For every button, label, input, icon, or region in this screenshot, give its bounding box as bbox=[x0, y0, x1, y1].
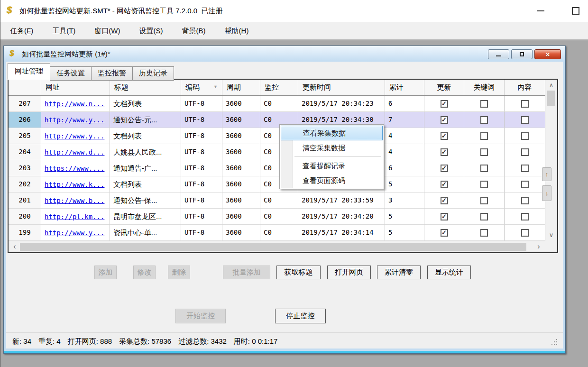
unchecked-checkbox-icon[interactable] bbox=[521, 197, 529, 204]
keyword-checkbox[interactable] bbox=[464, 144, 505, 160]
unchecked-checkbox-icon[interactable] bbox=[521, 132, 529, 140]
menu-item-W[interactable]: 窗口(W) bbox=[89, 26, 126, 37]
table-row[interactable]: 199http://www.y...资讯中心-单...UTF-83600C020… bbox=[9, 225, 557, 241]
reset-total-button[interactable]: 累计清零 bbox=[377, 266, 421, 279]
update-checkbox[interactable]: ✓ bbox=[424, 144, 464, 160]
content-checkbox[interactable] bbox=[505, 96, 545, 112]
child-minimize-button[interactable] bbox=[488, 49, 509, 59]
content-checkbox[interactable] bbox=[505, 176, 545, 193]
unchecked-checkbox-icon[interactable] bbox=[521, 213, 529, 220]
child-titlebar[interactable]: $ 如何批量监控网站更新 (1#)* × bbox=[4, 46, 565, 62]
keyword-checkbox[interactable] bbox=[464, 128, 505, 144]
scroll-right-icon[interactable]: › bbox=[533, 241, 544, 252]
sort-down-icon[interactable]: ▼ bbox=[213, 84, 218, 89]
checked-checkbox-icon[interactable]: ✓ bbox=[441, 148, 448, 156]
content-checkbox[interactable] bbox=[505, 160, 545, 176]
url-cell[interactable]: https://www.... bbox=[41, 160, 110, 176]
move-row-up-button[interactable]: ↑ bbox=[542, 167, 551, 181]
keyword-checkbox[interactable] bbox=[464, 193, 505, 209]
menu-item-T[interactable]: 工具(T) bbox=[46, 26, 81, 37]
unchecked-checkbox-icon[interactable] bbox=[521, 229, 529, 237]
child-restore-button[interactable] bbox=[511, 49, 533, 59]
context-menu-item[interactable]: 查看采集数据 bbox=[281, 126, 383, 140]
url-link[interactable]: http://pl.km... bbox=[45, 213, 104, 220]
minimize-icon[interactable] bbox=[537, 10, 544, 11]
checked-checkbox-icon[interactable]: ✓ bbox=[441, 116, 448, 124]
url-link[interactable]: http://www.y... bbox=[45, 132, 104, 140]
url-cell[interactable]: http://www.b... bbox=[41, 193, 110, 209]
get-title-button[interactable]: 获取标题 bbox=[276, 266, 321, 279]
content-checkbox[interactable] bbox=[505, 128, 545, 144]
keyword-checkbox[interactable] bbox=[464, 112, 505, 128]
table-row[interactable]: 200http://pl.km...昆明市盘龙区...UTF-83600C020… bbox=[9, 209, 557, 225]
content-checkbox[interactable] bbox=[505, 144, 545, 160]
url-link[interactable]: https://www.... bbox=[45, 165, 104, 172]
vertical-scrollbar[interactable]: ∧ ∨ bbox=[545, 80, 557, 241]
update-checkbox[interactable]: ✓ bbox=[424, 193, 464, 209]
update-checkbox[interactable]: ✓ bbox=[424, 112, 464, 128]
unchecked-checkbox-icon[interactable] bbox=[480, 132, 488, 140]
update-checkbox[interactable]: ✓ bbox=[424, 96, 464, 112]
tab-3[interactable]: 监控报警 bbox=[91, 66, 133, 81]
url-cell[interactable]: http://www.k... bbox=[41, 176, 110, 193]
scroll-left-icon[interactable]: ‹ bbox=[9, 241, 20, 252]
tab-2[interactable]: 任务设置 bbox=[50, 66, 92, 81]
tab-4[interactable]: 历史记录 bbox=[132, 66, 174, 81]
content-checkbox[interactable] bbox=[505, 209, 545, 225]
checked-checkbox-icon[interactable]: ✓ bbox=[441, 229, 448, 237]
url-cell[interactable]: http://www.y... bbox=[41, 112, 110, 128]
url-cell[interactable]: http://www.d... bbox=[41, 144, 110, 160]
unchecked-checkbox-icon[interactable] bbox=[521, 148, 529, 156]
context-menu-item[interactable]: 查看页面源码 bbox=[281, 173, 383, 188]
keyword-checkbox[interactable] bbox=[464, 160, 505, 176]
url-cell[interactable]: http://www.n... bbox=[41, 96, 110, 112]
keyword-checkbox[interactable] bbox=[464, 176, 505, 193]
unchecked-checkbox-icon[interactable] bbox=[480, 116, 488, 124]
content-checkbox[interactable] bbox=[505, 112, 545, 128]
url-link[interactable]: http://www.n... bbox=[45, 100, 104, 108]
update-checkbox[interactable]: ✓ bbox=[424, 209, 464, 225]
url-link[interactable]: http://www.b... bbox=[45, 197, 104, 204]
url-cell[interactable]: http://pl.km... bbox=[41, 209, 110, 225]
show-stats-button[interactable]: 显示统计 bbox=[427, 266, 471, 279]
unchecked-checkbox-icon[interactable] bbox=[480, 197, 488, 204]
horizontal-scrollbar-thumb[interactable] bbox=[20, 243, 526, 251]
tab-1[interactable]: 网址管理 bbox=[8, 63, 50, 80]
unchecked-checkbox-icon[interactable] bbox=[480, 213, 488, 220]
update-checkbox[interactable]: ✓ bbox=[424, 225, 464, 241]
url-link[interactable]: http://www.d... bbox=[45, 148, 104, 156]
checked-checkbox-icon[interactable]: ✓ bbox=[441, 181, 448, 188]
table-row[interactable]: 201http://www.b...通知公告-保...UTF-83600C020… bbox=[9, 193, 557, 209]
child-close-button[interactable]: × bbox=[534, 49, 561, 59]
checked-checkbox-icon[interactable]: ✓ bbox=[441, 100, 448, 108]
content-checkbox[interactable] bbox=[505, 193, 545, 209]
keyword-checkbox[interactable] bbox=[464, 209, 505, 225]
menu-item-H[interactable]: 帮助(H) bbox=[219, 26, 255, 37]
unchecked-checkbox-icon[interactable] bbox=[521, 116, 529, 124]
unchecked-checkbox-icon[interactable] bbox=[480, 229, 488, 237]
url-cell[interactable]: http://www.y... bbox=[41, 225, 110, 241]
checked-checkbox-icon[interactable]: ✓ bbox=[441, 132, 448, 140]
update-checkbox[interactable]: ✓ bbox=[424, 160, 464, 176]
unchecked-checkbox-icon[interactable] bbox=[521, 165, 529, 172]
context-menu-item[interactable]: 查看提醒记录 bbox=[281, 158, 383, 173]
stop-monitor-button[interactable]: 停止监控 bbox=[275, 309, 326, 323]
keyword-checkbox[interactable] bbox=[464, 225, 505, 241]
content-checkbox[interactable] bbox=[505, 225, 545, 241]
update-checkbox[interactable]: ✓ bbox=[424, 128, 464, 144]
menu-item-S[interactable]: 设置(S) bbox=[134, 26, 169, 37]
resize-grip-icon[interactable] bbox=[551, 338, 558, 345]
unchecked-checkbox-icon[interactable] bbox=[521, 100, 529, 108]
checked-checkbox-icon[interactable]: ✓ bbox=[441, 213, 448, 220]
horizontal-scrollbar[interactable]: ‹ › bbox=[9, 241, 545, 252]
checked-checkbox-icon[interactable]: ✓ bbox=[441, 197, 448, 204]
update-checkbox[interactable]: ✓ bbox=[424, 176, 464, 193]
unchecked-checkbox-icon[interactable] bbox=[480, 165, 488, 172]
context-menu-item[interactable]: 清空采集数据 bbox=[281, 140, 383, 155]
unchecked-checkbox-icon[interactable] bbox=[521, 181, 529, 188]
unchecked-checkbox-icon[interactable] bbox=[480, 100, 488, 108]
unchecked-checkbox-icon[interactable] bbox=[480, 148, 488, 156]
url-cell[interactable]: http://www.y... bbox=[41, 128, 110, 144]
maximize-icon[interactable] bbox=[572, 7, 579, 15]
url-link[interactable]: http://www.y... bbox=[45, 229, 104, 237]
